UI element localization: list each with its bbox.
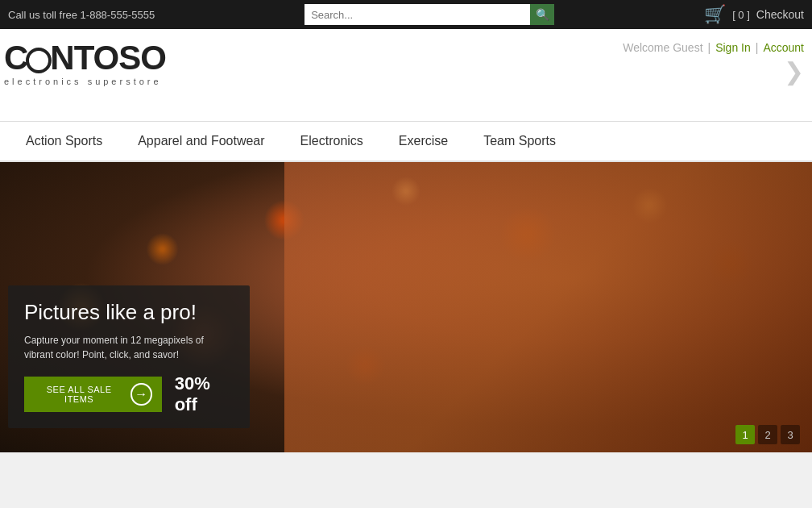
hero-banner: Pictures like a pro! Capture your moment… — [0, 162, 812, 452]
site-header: CNTOSO electronics superstore Welcome Gu… — [0, 29, 812, 122]
phone-number: Call us toll free 1-888-555-5555 — [8, 9, 155, 21]
slide-2-dot[interactable]: 2 — [758, 425, 777, 444]
logo-c: C — [4, 39, 27, 77]
top-bar: Call us toll free 1-888-555-5555 🔍 🛒 [ 0… — [0, 0, 812, 29]
nav-electronics[interactable]: Electronics — [283, 121, 381, 161]
logo-tagline: electronics superstore — [4, 77, 166, 86]
nav-team-sports[interactable]: Team Sports — [466, 121, 574, 161]
header-right: Welcome Guest | Sign In | Account ❯ — [623, 37, 804, 85]
slide-3-dot[interactable]: 3 — [781, 425, 800, 444]
nav-apparel-footwear[interactable]: Apparel and Footwear — [120, 121, 282, 161]
logo-ntoso: NTOSO — [50, 39, 166, 77]
sign-in-link[interactable]: Sign In — [715, 41, 751, 54]
divider-2: | — [756, 41, 759, 54]
top-bar-right: 🛒 [ 0 ] Checkout — [704, 4, 804, 25]
welcome-text: Welcome Guest — [623, 41, 702, 54]
search-input[interactable] — [304, 4, 530, 25]
cart-count[interactable]: [ 0 ] — [732, 9, 750, 21]
search-button[interactable]: 🔍 — [530, 4, 554, 25]
search-area: 🔍 — [304, 4, 554, 25]
promo-overlay: Pictures like a pro! Capture your moment… — [8, 285, 250, 428]
promo-title: Pictures like a pro! — [24, 300, 234, 325]
promo-cta-row: SEE ALL SALE ITEMS → 30% off — [24, 373, 234, 415]
logo-o-circle — [26, 48, 52, 73]
arrow-icon: → — [130, 383, 151, 406]
sale-items-button[interactable]: SEE ALL SALE ITEMS → — [24, 377, 162, 412]
header-right-icon: ❯ — [784, 57, 804, 85]
promo-description: Capture your moment in 12 megapixels of … — [24, 333, 234, 362]
cta-text: SEE ALL SALE ITEMS — [34, 385, 124, 404]
site-logo: CNTOSO — [4, 41, 166, 75]
checkout-link[interactable]: Checkout — [756, 8, 804, 21]
discount-label: 30% off — [175, 373, 234, 415]
slide-1-dot[interactable]: 1 — [735, 425, 755, 444]
nav-exercise[interactable]: Exercise — [381, 121, 466, 161]
logo-area: CNTOSO electronics superstore — [4, 37, 166, 86]
cart-icon[interactable]: 🛒 — [704, 4, 726, 25]
main-nav: Action Sports Apparel and Footwear Elect… — [0, 122, 812, 162]
account-link[interactable]: Account — [763, 41, 804, 54]
slide-indicators: 1 2 3 — [735, 425, 800, 444]
header-links: Welcome Guest | Sign In | Account — [623, 41, 804, 54]
divider-1: | — [708, 41, 711, 54]
nav-action-sports[interactable]: Action Sports — [8, 121, 120, 161]
